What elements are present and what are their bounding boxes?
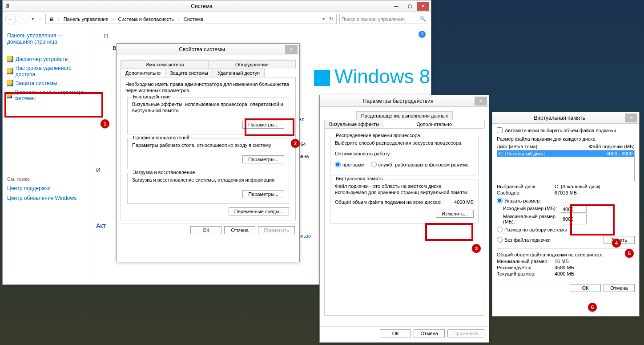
intro-text: Необходимо иметь права администратора дл… — [125, 81, 291, 93]
radio-programs[interactable]: программ — [335, 162, 365, 167]
tab-dep[interactable]: Предотвращение выполнения данных — [356, 111, 453, 120]
text: 4589 МБ — [555, 265, 574, 270]
group-legend: Распределение времени процессора — [334, 133, 422, 138]
page-title: П — [104, 32, 423, 40]
close-button[interactable]: ✕ — [417, 2, 429, 11]
text: Текущий размер: — [497, 271, 555, 276]
text: Параметры рабочего стола, относящиеся ко… — [132, 142, 284, 148]
text: 16 МБ — [555, 259, 569, 264]
annotation-badge-3: 3 — [472, 244, 481, 253]
shield-icon — [7, 68, 13, 74]
tab-computer-name[interactable]: Имя компьютера — [121, 60, 209, 69]
cancel-button[interactable]: Отмена — [604, 284, 635, 292]
breadcrumb-item[interactable]: Система — [184, 16, 203, 22]
close-button[interactable]: ✕ — [285, 45, 298, 54]
sidebar-item-remote[interactable]: Настройка удаленного доступа — [7, 64, 91, 79]
max-size-input[interactable] — [561, 214, 587, 224]
text: Размер файла подкачки для каждого диска — [497, 136, 635, 142]
address-dropdown-icon[interactable]: ▾ — [322, 16, 325, 22]
radio-custom-size[interactable]: Указать размер: — [497, 198, 635, 203]
back-button[interactable]: ← — [5, 14, 16, 24]
cancel-button[interactable]: Отмена — [414, 329, 445, 337]
sidebar-item-advanced[interactable]: Дополнительные параметры системы — [7, 88, 91, 105]
text: Рекомендуется: — [497, 265, 555, 270]
performance-settings-button[interactable]: Параметры... — [242, 121, 284, 129]
sidebar-item-device-manager[interactable]: Диспетчер устройств — [7, 55, 91, 64]
help-icon[interactable]: ? — [419, 31, 426, 38]
radio-services[interactable]: служб, работающих в фоновом режиме — [371, 162, 469, 167]
text: Исходный размер (МБ): — [503, 206, 561, 213]
text: Свободно: — [497, 190, 555, 195]
windows-logo: Windows 8 — [314, 65, 430, 88]
search-input[interactable]: Поиск в панели управления 🔍 — [339, 14, 428, 24]
text: Выберите способ распределения ресурсов п… — [335, 140, 474, 146]
see-also-update[interactable]: Центр обновления Windows — [7, 195, 91, 201]
ok-button[interactable]: ОК — [380, 329, 411, 337]
text: Визуальные эффекты, использование процес… — [132, 101, 284, 114]
text: 4000 МБ — [555, 271, 574, 276]
annotation-badge-4: 4 — [612, 239, 621, 248]
drive-listbox[interactable]: C: [Локальный диск] 4000 - 8000 — [497, 150, 635, 181]
breadcrumb-item[interactable]: Панель управления — [64, 16, 109, 22]
sidebar-home-link[interactable]: Панель управления — домашняя страница — [7, 32, 91, 45]
dialog-title: Виртуальная память — [494, 115, 625, 121]
text: Максимальный размер (МБ): — [503, 214, 561, 224]
auto-manage-checkbox[interactable]: Автоматически выбирать объем файла подка… — [497, 127, 635, 133]
text: Файл подкачки - это область на жестком д… — [335, 183, 474, 195]
tab-advanced[interactable]: Дополнительно — [121, 69, 165, 77]
text: 4000 МБ — [454, 199, 474, 205]
history-dropdown[interactable]: ▾ — [30, 16, 36, 22]
tab-protection[interactable]: Защита системы — [165, 69, 213, 77]
apply-button[interactable]: Применить — [258, 226, 295, 234]
radio-system-size[interactable]: Размер по выбору системы — [497, 227, 635, 232]
group-legend: Быстродействие — [131, 94, 173, 99]
system-properties-dialog: Свойства системы ✕ Имя компьютера Оборуд… — [117, 43, 300, 262]
shield-icon — [7, 56, 13, 62]
refresh-icon[interactable]: ↻ — [329, 16, 333, 22]
maximize-button[interactable]: ▢ — [403, 2, 416, 11]
startup-settings-button[interactable]: Параметры... — [242, 190, 284, 198]
list-item[interactable]: C: [Локальный диск] 4000 - 8000 — [497, 150, 634, 157]
search-icon: 🔍 — [420, 16, 426, 22]
group-legend: Профили пользователей — [131, 135, 191, 140]
virtual-memory-dialog: Виртуальная память ✕ Автоматически выбир… — [492, 112, 640, 317]
forward-button[interactable]: → — [18, 14, 28, 24]
text: C: [Локальный диск] — [555, 184, 600, 189]
apply-button[interactable]: Применить — [447, 329, 484, 337]
ok-button[interactable]: ОК — [570, 284, 601, 292]
sidebar-item-protection[interactable]: Защита системы — [7, 79, 91, 88]
text: Выбранный диск: — [497, 184, 555, 189]
annotation-badge-1: 1 — [101, 119, 109, 128]
minimize-button[interactable]: — — [390, 2, 402, 11]
cancel-button[interactable]: Отмена — [224, 226, 255, 234]
system-icon: 🖥 — [49, 16, 54, 22]
performance-options-dialog: Параметры быстродействия ✕ Предотвращени… — [319, 95, 489, 343]
text: Общий объем файла подкачки на всех диска… — [497, 252, 635, 258]
text: Оптимизировать работу: — [335, 150, 474, 157]
close-button[interactable]: ✕ — [475, 97, 487, 106]
radio-no-pagefile[interactable]: Без файла подкачки — [497, 237, 604, 243]
ok-button[interactable]: ОК — [190, 226, 221, 234]
initial-size-input[interactable] — [561, 206, 587, 213]
change-button[interactable]: Изменить... — [436, 210, 474, 218]
see-also-support[interactable]: Центр поддержки — [7, 185, 91, 191]
tab-remote[interactable]: Удаленный доступ — [213, 69, 265, 77]
shield-icon — [7, 80, 13, 86]
breadcrumb-item[interactable]: Система и безопасность — [118, 16, 174, 22]
system-icon: 🖥 — [4, 3, 12, 10]
annotation-badge-5: 5 — [625, 249, 634, 258]
breadcrumb[interactable]: 🖥 Панель управления Система и безопаснос… — [45, 14, 337, 24]
column-header: Файл подкачки (МБ) — [589, 144, 635, 149]
dialog-title: Свойства системы — [119, 46, 285, 53]
shield-icon — [7, 92, 12, 98]
up-button[interactable]: ↑ — [37, 16, 43, 22]
env-vars-button[interactable]: Переменные среды... — [229, 207, 289, 215]
tab-advanced[interactable]: Дополнительно — [384, 120, 485, 128]
tab-hardware[interactable]: Оборудование — [208, 60, 296, 69]
see-also-label: См. также — [7, 176, 91, 182]
search-placeholder: Поиск в панели управления — [342, 16, 405, 22]
text: Загрузка и восстановление системы, отлад… — [132, 177, 284, 183]
profiles-settings-button[interactable]: Параметры... — [242, 155, 284, 163]
close-button[interactable]: ✕ — [625, 114, 637, 122]
tab-visual-effects[interactable]: Визуальные эффекты — [324, 120, 384, 128]
